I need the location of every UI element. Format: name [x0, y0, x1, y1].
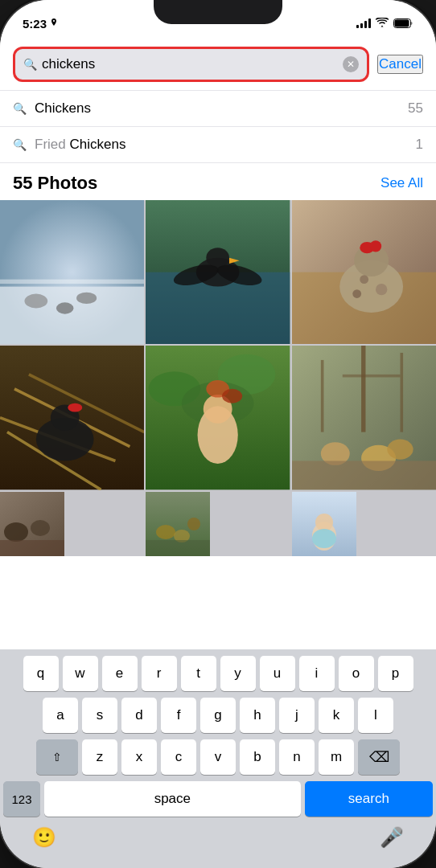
- suggestion-text-2: Fried Chickens: [35, 137, 408, 153]
- suggestion-prefix: Fried: [35, 137, 69, 152]
- key-s[interactable]: s: [82, 698, 117, 733]
- status-icons: [356, 16, 413, 31]
- svg-rect-52: [0, 540, 64, 556]
- svg-point-50: [4, 522, 28, 542]
- svg-rect-42: [321, 360, 324, 432]
- svg-point-20: [369, 240, 380, 252]
- key-k[interactable]: k: [319, 698, 354, 733]
- photo-cell-6[interactable]: [292, 346, 436, 489]
- suggestion-item-2[interactable]: 🔍 Fried Chickens 1: [0, 127, 436, 163]
- search-container: 🔍 chickens ✕ Cancel: [0, 39, 436, 90]
- key-m[interactable]: m: [319, 739, 354, 775]
- key-h[interactable]: h: [240, 698, 275, 733]
- svg-point-60: [315, 514, 333, 531]
- key-l[interactable]: l: [358, 698, 393, 733]
- battery-icon: [393, 18, 413, 28]
- search-clear-button[interactable]: ✕: [343, 56, 359, 72]
- svg-point-56: [187, 518, 200, 530]
- search-bar-wrapper: 🔍 chickens ✕: [13, 47, 369, 82]
- search-icon: 🔍: [23, 58, 37, 71]
- key-a[interactable]: a: [43, 698, 78, 733]
- key-b[interactable]: b: [240, 739, 275, 775]
- photo-cell-5[interactable]: [146, 346, 290, 489]
- photo-cell-2[interactable]: [146, 200, 290, 344]
- svg-point-61: [312, 529, 336, 548]
- keyboard-row-2: a s d f g h j k l: [3, 698, 433, 733]
- suggestion-search-icon-2: 🔍: [13, 138, 27, 151]
- photos-section-header: 55 Photos See All: [0, 163, 436, 200]
- key-o[interactable]: o: [339, 656, 374, 691]
- key-f[interactable]: f: [161, 698, 196, 733]
- mic-icon[interactable]: 🎤: [380, 826, 404, 849]
- svg-point-54: [156, 525, 175, 539]
- key-d[interactable]: d: [121, 698, 157, 733]
- key-n[interactable]: n: [279, 739, 315, 775]
- key-e[interactable]: e: [102, 656, 138, 691]
- key-x[interactable]: x: [121, 739, 157, 775]
- photo-cell-9[interactable]: [292, 492, 356, 556]
- search-key[interactable]: search: [305, 781, 433, 817]
- svg-rect-1: [395, 20, 409, 27]
- numbers-key[interactable]: 123: [3, 781, 40, 817]
- svg-point-23: [352, 289, 361, 298]
- svg-rect-7: [0, 280, 144, 284]
- key-w[interactable]: w: [63, 656, 98, 691]
- key-y[interactable]: y: [220, 656, 256, 691]
- phone-screen: 5:23: [0, 0, 436, 868]
- photo-grid: [0, 200, 436, 556]
- svg-point-39: [222, 389, 242, 403]
- key-z[interactable]: z: [82, 739, 117, 775]
- svg-point-21: [360, 275, 368, 284]
- suggestion-search-icon-1: 🔍: [13, 102, 27, 115]
- svg-rect-44: [342, 375, 400, 378]
- photo-cell-4[interactable]: [0, 346, 144, 489]
- key-j[interactable]: j: [279, 698, 315, 733]
- photo-cell-8[interactable]: [146, 492, 210, 556]
- photo-cell-7[interactable]: [0, 492, 64, 556]
- key-g[interactable]: g: [200, 698, 236, 733]
- keyboard-row-4: 123 space search: [3, 781, 433, 817]
- emoji-icon[interactable]: 🙂: [32, 826, 56, 849]
- svg-point-6: [76, 293, 97, 304]
- key-c[interactable]: c: [161, 739, 196, 775]
- wifi-icon: [376, 16, 389, 31]
- shift-key[interactable]: ⇧: [36, 739, 78, 775]
- photo-cell-3[interactable]: [292, 200, 436, 344]
- suggestion-text-1: Chickens: [35, 100, 400, 117]
- svg-point-47: [387, 440, 413, 460]
- svg-rect-43: [400, 353, 403, 432]
- svg-point-4: [24, 294, 47, 309]
- svg-point-5: [56, 302, 74, 313]
- key-p[interactable]: p: [378, 656, 413, 691]
- key-t[interactable]: t: [181, 656, 216, 691]
- keyboard-row-3: ⇧ z x c v b n m ⌫: [3, 739, 433, 775]
- keyboard: q w e r t y u i o p a s d f g h j k: [0, 649, 436, 868]
- key-v[interactable]: v: [200, 739, 236, 775]
- svg-rect-3: [0, 287, 144, 345]
- phone-frame: 5:23: [0, 0, 436, 868]
- cancel-button[interactable]: Cancel: [377, 55, 423, 74]
- delete-key[interactable]: ⌫: [358, 739, 400, 775]
- space-key[interactable]: space: [44, 781, 301, 817]
- key-q[interactable]: q: [23, 656, 59, 691]
- suggestions-list: 🔍 Chickens 55 🔍 Fried Chickens 1: [0, 90, 436, 163]
- svg-point-31: [68, 403, 82, 412]
- notch: [154, 0, 282, 24]
- status-time: 5:23: [23, 17, 58, 31]
- photos-count-title: 55 Photos: [13, 173, 97, 194]
- suggestion-item[interactable]: 🔍 Chickens 55: [0, 91, 436, 127]
- svg-rect-57: [146, 540, 210, 556]
- key-i[interactable]: i: [299, 656, 335, 691]
- key-r[interactable]: r: [142, 656, 177, 691]
- svg-point-11: [207, 248, 230, 268]
- suggestion-count-2: 1: [416, 137, 423, 153]
- suggestion-count-1: 55: [408, 100, 423, 117]
- search-query-text: chickens: [42, 56, 338, 72]
- key-u[interactable]: u: [260, 656, 295, 691]
- keyboard-row-1: q w e r t y u i o p: [3, 656, 433, 691]
- photo-cell-1[interactable]: [0, 200, 144, 344]
- search-bar[interactable]: 🔍 chickens ✕: [13, 47, 369, 82]
- see-all-button[interactable]: See All: [380, 175, 423, 191]
- svg-point-51: [31, 520, 50, 536]
- time-display: 5:23: [23, 17, 47, 31]
